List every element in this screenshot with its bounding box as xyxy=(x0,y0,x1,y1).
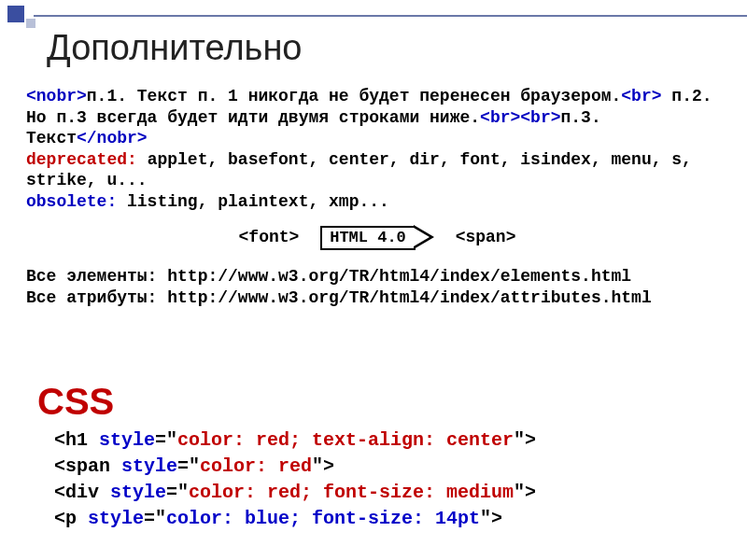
elements-label: Все элементы: xyxy=(26,267,167,286)
nobr-example: <nobr>п.1. Текст п. 1 никогда не будет п… xyxy=(26,86,728,149)
style-value: color: red; font-size: medium xyxy=(189,482,514,503)
obsolete-list: listing, plaintext, xmp... xyxy=(117,192,389,211)
css-example-line: <div style="color: red; font-size: mediu… xyxy=(54,480,536,506)
css-example-line: <span style="color: red"> xyxy=(54,454,536,480)
square-icon xyxy=(7,6,24,22)
nobr-open-tag: <nobr> xyxy=(26,87,87,105)
br-tag: <br><br> xyxy=(480,108,560,127)
arrow-icon: HTML 4.0 xyxy=(320,225,434,249)
attributes-url: http://www.w3.org/TR/html4/index/attribu… xyxy=(167,288,651,307)
square-icon xyxy=(26,19,35,28)
arrow-head-icon xyxy=(414,225,434,249)
elements-url: http://www.w3.org/TR/html4/index/element… xyxy=(167,267,631,286)
equals-quote: =" xyxy=(144,508,166,529)
arrow-left-label: <font> xyxy=(239,227,300,248)
tag-open: <span xyxy=(54,455,121,477)
attributes-label: Все атрибуты: xyxy=(26,288,167,307)
tag-close: "> xyxy=(514,429,536,451)
style-attr: style xyxy=(121,455,177,477)
style-attr: style xyxy=(110,482,166,503)
obsolete-line: obsolete: listing, plaintext, xmp... xyxy=(26,191,728,213)
style-value: color: red xyxy=(200,455,312,477)
equals-quote: =" xyxy=(177,455,200,477)
horizontal-rule xyxy=(34,15,747,17)
br-tag: <br> xyxy=(621,87,661,105)
elements-link-line: Все элементы: http://www.w3.org/TR/html4… xyxy=(26,266,728,287)
deprecated-label: deprecated: xyxy=(26,150,137,169)
arrow-diagram: <font> HTML 4.0 <span> xyxy=(26,225,728,249)
nobr-close-tag: </nobr> xyxy=(77,129,148,147)
tag-close: "> xyxy=(514,482,536,503)
reference-links: Все элементы: http://www.w3.org/TR/html4… xyxy=(26,266,728,308)
style-attr: style xyxy=(88,508,144,529)
arrow-right-label: <span> xyxy=(456,227,516,248)
arrow-body-label: HTML 4.0 xyxy=(320,226,416,250)
style-attr: style xyxy=(99,429,155,451)
tag-close: "> xyxy=(480,508,502,529)
css-example-line: <h1 style="color: red; text-align: cente… xyxy=(54,427,536,454)
attributes-link-line: Все атрибуты: http://www.w3.org/TR/html4… xyxy=(26,287,728,309)
obsolete-label: obsolete: xyxy=(26,192,117,211)
slide-content: <nobr>п.1. Текст п. 1 никогда не будет п… xyxy=(26,86,728,308)
deprecated-line: deprecated: applet, basefont, center, di… xyxy=(26,149,728,191)
equals-quote: =" xyxy=(166,482,189,503)
style-value: color: red; text-align: center xyxy=(177,429,514,451)
page-title: Дополнительно xyxy=(47,28,303,68)
tag-open: <h1 xyxy=(54,429,99,451)
tag-open: <p xyxy=(54,508,88,529)
css-examples: <h1 style="color: red; text-align: cente… xyxy=(54,427,536,532)
tag-close: "> xyxy=(312,455,334,477)
equals-quote: =" xyxy=(155,429,177,451)
nobr-text-1: п.1. Текст п. 1 никогда не будет перенес… xyxy=(87,87,622,105)
css-heading: CSS xyxy=(37,381,114,423)
tag-open: <div xyxy=(54,482,110,503)
css-example-line: <p style="color: blue; font-size: 14pt"> xyxy=(54,506,536,532)
style-value: color: blue; font-size: 14pt xyxy=(166,508,480,529)
